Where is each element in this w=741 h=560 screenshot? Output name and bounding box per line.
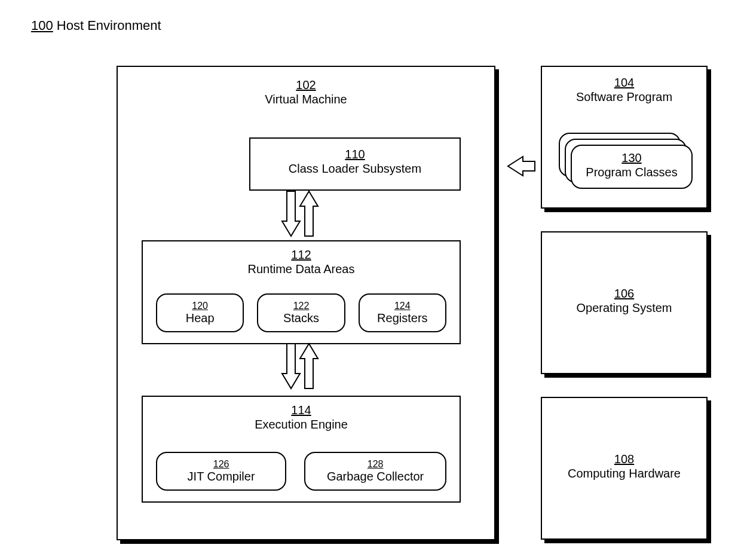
virtual-machine-ref: 102	[296, 78, 316, 91]
os-name: Operating System	[576, 301, 672, 314]
registers-ref: 124	[394, 301, 411, 311]
stacks-ref: 122	[293, 301, 310, 311]
diagram-title-ref: 100	[31, 18, 53, 33]
gc-name: Garbage Collector	[327, 470, 424, 483]
software-program-label: 104 Software Program	[542, 75, 706, 104]
program-classes-stack: 130 Program Classes	[559, 133, 689, 192]
jit-name: JIT Compiler	[188, 470, 255, 483]
computing-hardware-box: 108 Computing Hardware	[541, 397, 708, 540]
class-loader-box: 110 Class Loader Subsystem	[249, 137, 461, 191]
registers-box: 124 Registers	[359, 293, 446, 332]
software-program-name: Software Program	[576, 90, 672, 103]
exec-ref: 114	[291, 403, 311, 417]
heap-box: 120 Heap	[156, 293, 244, 332]
gc-box: 128 Garbage Collector	[304, 452, 446, 491]
virtual-machine-box: 102 Virtual Machine 110 Class Loader Sub…	[117, 66, 495, 540]
runtime-data-areas-label: 112 Runtime Data Areas	[143, 247, 460, 276]
runtime-ref: 112	[291, 248, 311, 261]
os-ref: 106	[614, 287, 634, 300]
jit-ref: 126	[213, 459, 229, 469]
runtime-name: Runtime Data Areas	[248, 262, 355, 276]
hw-ref: 108	[614, 452, 634, 466]
arrow-left-icon	[508, 157, 535, 176]
heap-ref: 120	[192, 301, 208, 311]
program-classes-front: 130 Program Classes	[571, 145, 693, 189]
program-classes-ref: 130	[621, 151, 641, 164]
runtime-data-areas-box: 112 Runtime Data Areas 120 Heap 122 Stac…	[142, 240, 461, 344]
diagram-title: 100 Host Environment	[31, 18, 161, 33]
stacks-box: 122 Stacks	[257, 293, 345, 332]
hw-name: Computing Hardware	[568, 467, 681, 480]
software-program-ref: 104	[614, 76, 634, 89]
execution-engine-box: 114 Execution Engine 126 JIT Compiler 12…	[142, 396, 461, 503]
virtual-machine-name: Virtual Machine	[265, 93, 347, 106]
operating-system-box: 106 Operating System	[541, 231, 708, 374]
execution-engine-label: 114 Execution Engine	[143, 403, 460, 432]
heap-name: Heap	[186, 311, 215, 325]
virtual-machine-label: 102 Virtual Machine	[118, 78, 494, 106]
software-program-box: 104 Software Program 130 Program Classes	[541, 66, 708, 209]
gc-ref: 128	[368, 459, 384, 469]
operating-system-label: 106 Operating System	[542, 286, 706, 315]
class-loader-label: 110 Class Loader Subsystem	[250, 147, 460, 176]
diagram-title-label: Host Environment	[57, 18, 161, 33]
exec-name: Execution Engine	[255, 418, 348, 431]
program-classes-name: Program Classes	[586, 166, 677, 179]
registers-name: Registers	[377, 311, 427, 325]
jit-compiler-box: 126 JIT Compiler	[156, 452, 286, 491]
computing-hardware-label: 108 Computing Hardware	[542, 452, 706, 481]
class-loader-ref: 110	[345, 148, 365, 161]
stacks-name: Stacks	[283, 311, 319, 325]
class-loader-name: Class Loader Subsystem	[289, 162, 421, 175]
